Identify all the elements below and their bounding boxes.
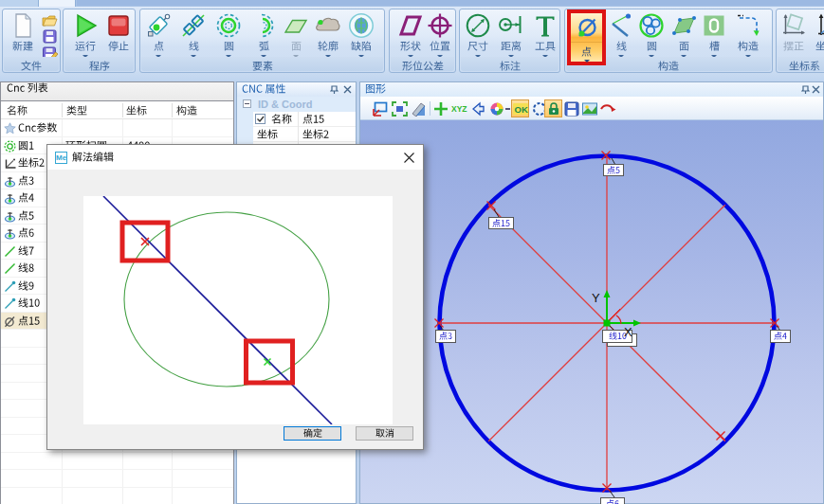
svg-text:XYZ: XYZ <box>451 104 467 114</box>
svg-text:OK: OK <box>515 104 528 115</box>
